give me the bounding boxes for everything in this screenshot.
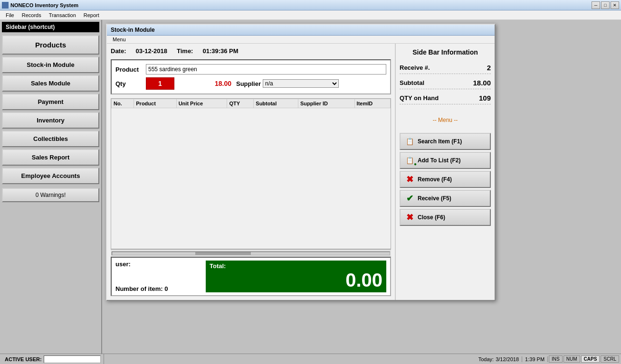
num-indicator: NUM <box>564 355 580 363</box>
date-label: Date: <box>111 47 126 55</box>
close-label: Close (F6) <box>418 214 445 221</box>
sidebar-item-collectibles[interactable]: Collectibles <box>2 131 99 147</box>
sidebar-header: Sidebar (shortcut) <box>2 22 99 32</box>
today-section: Today: 3/12/2018 <box>476 356 522 362</box>
menu-placeholder: -- Menu -- <box>400 117 491 123</box>
receive-label: Receive (F5) <box>418 195 451 202</box>
sidebar-item-stock-in[interactable]: Stock-in Module <box>2 56 99 73</box>
qty-box: 1 <box>146 77 174 90</box>
sidebar-info-title: Side Bar Information <box>400 48 491 56</box>
total-box: Total: 0.00 <box>206 261 386 292</box>
module-window: Stock-in Module Menu Date: 03-12-2018 Ti… <box>106 24 496 301</box>
caps-indicator: CAPS <box>581 355 600 363</box>
sidebar: Sidebar (shortcut) Products Stock-in Mod… <box>0 20 102 354</box>
items-list: No. Product Unit Price QTY Subtotal Supp… <box>111 99 391 108</box>
module-right: Side Bar Information Receive #. 2 Subtot… <box>395 44 495 300</box>
menu-bar: File Records Transaction Report <box>0 10 621 20</box>
menu-file[interactable]: File <box>2 11 18 19</box>
time-value: 01:39:36 PM <box>202 47 238 55</box>
user-info: user: Number of item: 0 <box>115 261 206 292</box>
status-right: Today: 3/12/2018 1:39 PM INS NUM CAPS SC… <box>476 355 619 363</box>
module-menu-item[interactable]: Menu <box>111 36 128 43</box>
content-area: Stock-in Module Menu Date: 03-12-2018 Ti… <box>102 20 621 354</box>
sidebar-item-products[interactable]: Products <box>2 35 99 55</box>
bottom-bar: user: Number of item: 0 Total: 0.00 <box>111 257 391 296</box>
col-qty: QTY <box>227 99 254 108</box>
receive-button[interactable]: ✔ Receive (F5) <box>400 190 491 207</box>
remove-label: Remove (F4) <box>418 176 452 183</box>
status-time: 1:39 PM <box>525 356 545 362</box>
add-icon: 📋 ● <box>404 155 415 166</box>
warnings-button[interactable]: 0 Warnings! <box>2 188 99 202</box>
qty-row: Qty 1 18.00 Supplier n/a <box>115 77 386 90</box>
sidebar-item-sales[interactable]: Sales Module <box>2 75 99 92</box>
status-bar: ACTIVE USER: Today: 3/12/2018 1:39 PM IN… <box>0 354 621 364</box>
col-no: No. <box>112 99 134 108</box>
col-unit-price: Unit Price <box>176 99 227 108</box>
items-table: No. Product Unit Price QTY Subtotal Supp… <box>111 98 391 249</box>
product-area: Product Qty 1 18.00 Supplier n/a <box>111 59 391 94</box>
number-items-label: Number of item: <box>115 285 163 292</box>
today-value: 3/12/2018 <box>496 356 519 362</box>
menu-transaction[interactable]: Transaction <box>45 11 80 19</box>
app-title: NONECO Inventory System <box>10 2 78 8</box>
col-product: Product <box>134 99 176 108</box>
number-items-value: 0 <box>164 285 168 292</box>
qty-hand-label: QTY on Hand <box>400 94 439 102</box>
active-user-label: ACTIVE USER: <box>5 356 42 362</box>
ins-indicator: INS <box>549 355 563 363</box>
product-label: Product <box>115 66 144 73</box>
sidebar-item-sales-report[interactable]: Sales Report <box>2 149 99 166</box>
receive-label: Receive #. <box>400 64 430 71</box>
remove-button[interactable]: ✖ Remove (F4) <box>400 171 491 188</box>
active-user-input[interactable] <box>44 355 101 363</box>
close-button[interactable]: ✕ <box>611 1 619 9</box>
today-label: Today: <box>478 356 494 362</box>
supplier-label: Supplier <box>236 80 261 87</box>
sidebar-item-employee[interactable]: Employee Accounts <box>2 168 99 184</box>
h-scroll-track <box>112 252 390 255</box>
col-subtotal: Subtotal <box>254 99 298 108</box>
subtotal-row: Subtotal 18.00 <box>400 77 491 89</box>
maximize-button[interactable]: □ <box>601 1 610 9</box>
menu-report[interactable]: Report <box>80 11 103 19</box>
h-scroll[interactable] <box>111 249 391 257</box>
time-label: Time: <box>177 47 193 55</box>
receive-row: Receive #. 2 <box>400 62 491 74</box>
col-itemid: ItemID <box>354 99 390 108</box>
product-row: Product <box>115 64 386 75</box>
close-module-button[interactable]: ✖ Close (F6) <box>400 209 491 226</box>
product-input[interactable] <box>146 64 386 75</box>
number-items: Number of item: 0 <box>115 285 206 292</box>
title-bar: NONECO Inventory System ─ □ ✕ <box>0 0 621 10</box>
search-icon: 📋 <box>404 136 415 147</box>
module-title: Stock-in Module <box>111 27 155 33</box>
close-icon: ✖ <box>404 212 415 223</box>
minimize-button[interactable]: ─ <box>592 1 600 9</box>
sidebar-item-payment[interactable]: Payment <box>2 93 99 110</box>
module-body: Date: 03-12-2018 Time: 01:39:36 PM Produ… <box>107 44 495 300</box>
qty-price: 18.00 <box>203 80 231 87</box>
module-menu-bar: Menu <box>107 36 495 44</box>
add-to-list-label: Add To List (F2) <box>418 157 460 164</box>
active-user-section: ACTIVE USER: <box>2 354 104 364</box>
menu-records[interactable]: Records <box>18 11 45 19</box>
total-amount: 0.00 <box>210 270 382 290</box>
subtotal-value: 18.00 <box>473 79 491 87</box>
search-item-button[interactable]: 📋 Search Item (F1) <box>400 133 491 150</box>
module-left: Date: 03-12-2018 Time: 01:39:36 PM Produ… <box>107 44 395 300</box>
qty-hand-row: QTY on Hand 109 <box>400 92 491 104</box>
receive-icon: ✔ <box>404 193 415 204</box>
user-label: user: <box>115 261 206 268</box>
supplier-select[interactable]: n/a <box>263 79 339 88</box>
qty-label: Qty <box>115 80 144 87</box>
total-label: Total: <box>210 262 382 270</box>
search-item-label: Search Item (F1) <box>418 138 462 145</box>
h-scroll-thumb <box>195 252 251 255</box>
subtotal-label: Subtotal <box>400 79 424 86</box>
sidebar-item-inventory[interactable]: Inventory <box>2 112 99 129</box>
remove-icon: ✖ <box>404 174 415 185</box>
add-to-list-button[interactable]: 📋 ● Add To List (F2) <box>400 152 491 169</box>
module-title-bar: Stock-in Module <box>107 25 495 36</box>
qty-hand-value: 109 <box>479 94 491 102</box>
